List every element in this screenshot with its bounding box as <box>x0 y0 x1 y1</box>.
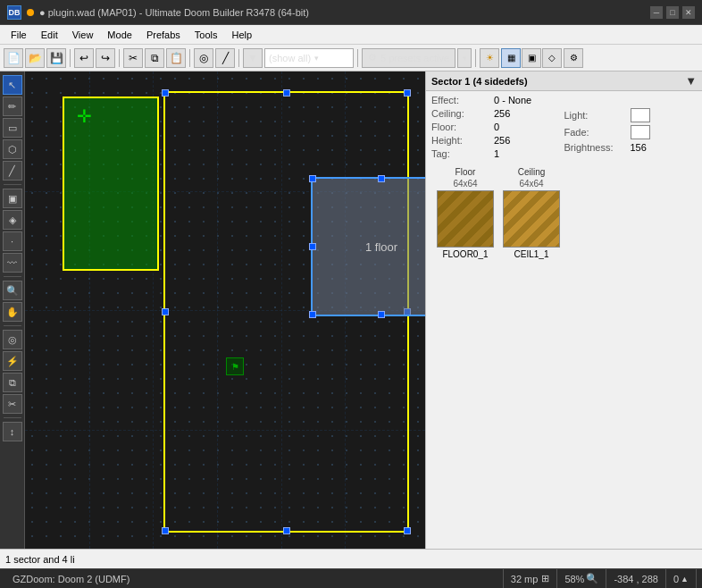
grid-3d-button[interactable]: ▣ <box>522 48 541 68</box>
handle-tm[interactable] <box>283 89 290 97</box>
open-button[interactable]: 📂 <box>25 48 45 68</box>
grid-label: 32 mp <box>511 574 539 584</box>
fade-color-box[interactable] <box>631 125 650 139</box>
pan-tool[interactable]: ✋ <box>3 302 22 322</box>
green-sector[interactable]: ✛ <box>63 97 159 271</box>
handle-tr[interactable] <box>404 89 411 97</box>
gzdoom-info: GZDoom: Doom 2 (UDMF) <box>5 569 504 588</box>
sector-panel-close[interactable]: ▼ <box>685 74 697 88</box>
cut-button[interactable]: ✂ <box>123 48 143 68</box>
sector-tool[interactable]: ▣ <box>3 189 22 208</box>
filter-arrow: ▾ <box>314 54 319 63</box>
menu-tools[interactable]: Tools <box>188 28 225 42</box>
sun-button[interactable]: ☀ <box>480 48 499 68</box>
zoom-tool[interactable]: 🔍 <box>3 281 22 300</box>
sp-col-right: Light: Fade: Brightness: 156 <box>564 108 698 162</box>
z-coord-label: 0 <box>673 574 679 584</box>
filter-icon: ▼ <box>243 48 263 68</box>
scroll-tool[interactable]: ↕ <box>3 422 22 441</box>
cut-tool[interactable]: ✂ <box>3 394 22 414</box>
floor-value: 0 <box>494 122 564 132</box>
grid-classic-button[interactable]: ▦ <box>501 48 521 68</box>
titlebar: DB ● plugin.wad (MAP01) - Ultimate Doom … <box>0 0 702 25</box>
tag-label: Tag: <box>431 148 494 159</box>
light-color-box[interactable] <box>631 108 650 122</box>
vertex-mode[interactable]: · <box>3 231 22 251</box>
canvas-area[interactable]: ✛ 1 floor ⚑ <box>25 71 425 549</box>
ceil-tex-group: Ceiling 64x64 CEIL1_1 <box>503 167 560 259</box>
handle-lm[interactable] <box>162 308 169 315</box>
floor-tex-thumb[interactable] <box>437 190 494 248</box>
curve-tool[interactable]: 〰 <box>3 253 22 273</box>
minimize-button[interactable]: ─ <box>650 6 663 19</box>
z-coord-info: 0 ▲ <box>666 569 697 588</box>
menu-view[interactable]: View <box>65 28 101 42</box>
paste-button[interactable]: 📋 <box>166 48 186 68</box>
z-up-arrow: ▲ <box>681 575 689 584</box>
ceil-tex-thumb[interactable] <box>503 190 560 248</box>
ceiling-row: Ceiling: 256 <box>431 108 564 119</box>
redo-button[interactable]: ↪ <box>96 48 115 68</box>
zoom-label: 58% <box>564 574 584 584</box>
ceil-tex-name: CEIL1_1 <box>514 249 549 259</box>
draw-tool[interactable]: ✏ <box>3 97 22 116</box>
light-tool[interactable]: ◎ <box>3 330 22 349</box>
select-tool[interactable]: ↖ <box>3 75 22 95</box>
line-button[interactable]: ╱ <box>215 48 235 68</box>
ceil-tex-header: Ceiling <box>518 167 546 177</box>
menu-help[interactable]: Help <box>225 28 260 42</box>
filter-dropdown[interactable]: (show all) ▾ <box>264 48 354 68</box>
floor-label: Floor: <box>431 122 494 132</box>
window-controls: ─ □ ✕ <box>650 6 695 19</box>
grid-iso-button[interactable]: ◇ <box>542 48 562 68</box>
hex-tool[interactable]: ⬡ <box>3 139 22 159</box>
height-row: Height: 256 <box>431 135 564 146</box>
light-label: Light: <box>564 110 627 121</box>
copy-button[interactable]: ⧉ <box>145 48 164 68</box>
floor-tex-name: FLOOR0_1 <box>442 249 488 259</box>
menu-mode[interactable]: Mode <box>100 28 139 42</box>
save-button[interactable]: 💾 <box>46 48 66 68</box>
presets-button[interactable]: ⚙ 5 presets active <box>362 48 455 68</box>
selected-sector[interactable]: 1 floor <box>311 177 425 316</box>
separator-2 <box>119 49 120 67</box>
rect-tool[interactable]: ▭ <box>3 118 22 138</box>
maximize-button[interactable]: □ <box>666 6 679 19</box>
app-icon: DB <box>7 5 21 20</box>
brightness-value: 156 <box>631 142 647 153</box>
height-value: 256 <box>494 135 564 146</box>
handle-br[interactable] <box>404 527 411 534</box>
undo-button[interactable]: ↩ <box>74 48 94 68</box>
sector-title: Sector 1 (4 sidedefs) <box>431 76 528 87</box>
things-tool[interactable]: ◈ <box>3 210 22 230</box>
settings-button[interactable]: ⚙ <box>564 48 583 68</box>
sector-panel-header: Sector 1 (4 sidedefs) ▼ <box>426 71 702 91</box>
menu-prefabs[interactable]: Prefabs <box>139 28 188 42</box>
sp-two-col: Ceiling: 256 Floor: 0 Height: 256 <box>431 108 697 162</box>
handle-bl[interactable] <box>162 527 169 534</box>
sector-floor-label: 1 floor <box>313 179 425 315</box>
height-label: Height: <box>431 135 494 146</box>
handle-tl[interactable] <box>162 89 169 97</box>
line-tool[interactable]: ╱ <box>3 161 22 181</box>
fade-label: Fade: <box>564 127 627 138</box>
floor-row: Floor: 0 <box>431 122 564 132</box>
effect-tool[interactable]: ⚡ <box>3 351 22 371</box>
zoom-icon: 🔍 <box>586 573 598 584</box>
menu-file[interactable]: File <box>4 28 34 42</box>
presets-dropdown-arrow[interactable]: ▾ <box>457 48 472 68</box>
menu-edit[interactable]: Edit <box>34 28 65 42</box>
copy-tool[interactable]: ⧉ <box>3 373 22 392</box>
separator-4 <box>238 49 239 67</box>
sector-panel: Sector 1 (4 sidedefs) ▼ Effect: 0 - None… <box>425 71 702 549</box>
small-thing[interactable]: ⚑ <box>226 357 244 375</box>
separator-3 <box>189 49 190 67</box>
handle-bm[interactable] <box>283 527 290 534</box>
presets-icon: ⚙ <box>368 52 377 63</box>
toolbar-main: 📄 📂 💾 ↩ ↪ ✂ ⧉ 📋 ◎ ╱ ▼ (show all) ▾ ⚙ 5 p… <box>0 45 702 71</box>
close-button[interactable]: ✕ <box>682 6 695 19</box>
effect-row: Effect: 0 - None <box>431 95 697 105</box>
separator-6 <box>475 49 476 67</box>
vertex-button[interactable]: ◎ <box>194 48 213 68</box>
new-button[interactable]: 📄 <box>4 48 23 68</box>
